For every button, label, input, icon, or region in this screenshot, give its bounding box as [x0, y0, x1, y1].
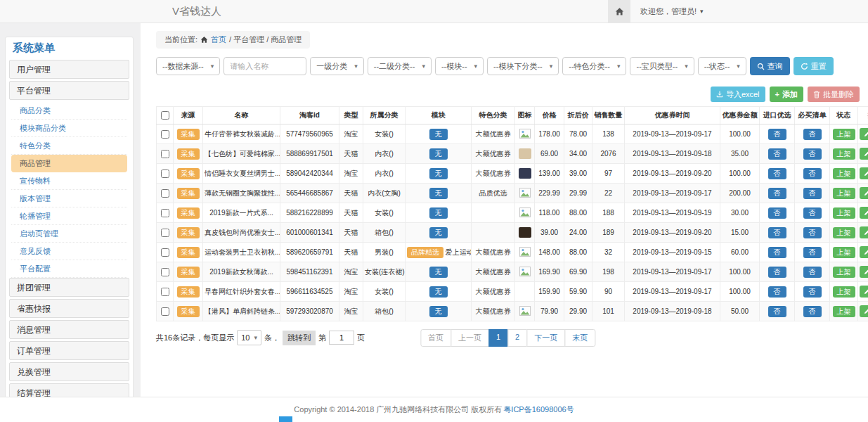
- user-menu[interactable]: 欢迎您，管理员! ▾: [640, 6, 704, 17]
- import-select-toggle[interactable]: 否: [768, 306, 786, 317]
- import-select-toggle[interactable]: 否: [768, 148, 786, 160]
- row-checkbox[interactable]: [161, 130, 169, 139]
- must-buy-toggle[interactable]: 否: [803, 267, 822, 278]
- sidebar-item[interactable]: 宣传物料: [11, 172, 127, 190]
- must-buy-toggle[interactable]: 否: [803, 188, 822, 199]
- product-photo: [519, 148, 531, 159]
- page-button[interactable]: 上一页: [451, 329, 489, 347]
- must-buy-toggle[interactable]: 否: [803, 306, 822, 317]
- import-select-toggle[interactable]: 否: [768, 247, 786, 258]
- import-select-toggle[interactable]: 否: [768, 188, 786, 199]
- page-button[interactable]: 首页: [420, 329, 451, 347]
- page-button[interactable]: 末页: [564, 329, 595, 347]
- edit-button[interactable]: [860, 128, 868, 140]
- must-buy-toggle[interactable]: 否: [803, 129, 822, 140]
- icp-link[interactable]: 粤ICP备16098006号: [503, 404, 574, 415]
- home-button[interactable]: [608, 0, 630, 23]
- taoke-id: 565446685867: [286, 189, 333, 197]
- jump-button[interactable]: 跳转到: [283, 331, 316, 345]
- sidebar-item[interactable]: 用户管理: [9, 60, 129, 79]
- page-button[interactable]: 2: [507, 329, 527, 347]
- row-checkbox[interactable]: [161, 268, 169, 276]
- import-select-toggle[interactable]: 否: [768, 168, 786, 179]
- sidebar-item[interactable]: 兑换管理: [9, 362, 129, 381]
- status-button[interactable]: 上架: [833, 207, 855, 219]
- sidebar-item[interactable]: 版本管理: [11, 190, 127, 207]
- import-select-toggle[interactable]: 否: [768, 286, 786, 298]
- sidebar-item[interactable]: 平台管理: [9, 81, 129, 100]
- batch-delete-button[interactable]: 批量删除: [808, 87, 860, 102]
- row-checkbox[interactable]: [161, 288, 169, 296]
- sidebar-item[interactable]: 意见反馈: [11, 243, 127, 260]
- page-button[interactable]: 下一页: [526, 329, 565, 347]
- filter-select[interactable]: --宝贝类型--▾: [630, 57, 694, 75]
- row-checkbox[interactable]: [161, 248, 169, 257]
- status-button[interactable]: 上架: [833, 188, 855, 199]
- must-buy-toggle[interactable]: 否: [803, 247, 822, 258]
- edit-button[interactable]: [860, 266, 868, 278]
- must-buy-toggle[interactable]: 否: [803, 168, 822, 179]
- must-buy-toggle[interactable]: 否: [803, 286, 822, 298]
- sidebar-item[interactable]: 商品分类: [11, 102, 127, 120]
- sidebar-item[interactable]: 轮播管理: [11, 207, 127, 225]
- row-checkbox[interactable]: [161, 229, 169, 237]
- import-select-toggle[interactable]: 否: [768, 267, 786, 278]
- per-page-select[interactable]: 10 ▾: [237, 330, 261, 345]
- edit-button[interactable]: [860, 187, 868, 199]
- sidebar-item[interactable]: 启动页管理: [11, 225, 127, 243]
- must-buy-toggle[interactable]: 否: [803, 148, 822, 160]
- import-select-toggle[interactable]: 否: [768, 207, 786, 219]
- name-search-input[interactable]: [224, 57, 306, 75]
- sidebar-item[interactable]: 模块商品分类: [11, 120, 127, 137]
- sidebar-item[interactable]: 订单管理: [9, 341, 129, 360]
- edit-button[interactable]: [860, 305, 868, 317]
- filter-select[interactable]: --数据来源--▾: [156, 57, 220, 75]
- import-excel-button[interactable]: 导入excel: [711, 87, 765, 102]
- page-button[interactable]: 1: [488, 329, 508, 347]
- must-buy-toggle[interactable]: 否: [803, 227, 822, 238]
- sidebar-item[interactable]: 平台配置: [11, 260, 127, 278]
- edit-button[interactable]: [860, 207, 868, 219]
- filter-select[interactable]: 一级分类▾: [310, 57, 364, 75]
- import-select-toggle[interactable]: 否: [768, 227, 786, 238]
- select-all-checkbox[interactable]: [161, 111, 169, 120]
- reset-button[interactable]: 重置: [793, 57, 834, 75]
- sidebar-item[interactable]: 消息管理: [9, 320, 129, 339]
- status-button[interactable]: 上架: [833, 148, 855, 160]
- row-checkbox[interactable]: [161, 307, 169, 316]
- source-badge: 采集: [177, 247, 200, 258]
- sidebar-item[interactable]: 省惠快报: [9, 299, 129, 318]
- status-button[interactable]: 上架: [833, 286, 855, 298]
- add-button[interactable]: + 添加: [770, 87, 803, 102]
- sidebar-item[interactable]: 商品管理: [11, 155, 127, 172]
- edit-button[interactable]: [860, 148, 868, 160]
- edit-button[interactable]: [860, 167, 868, 179]
- row-checkbox[interactable]: [161, 150, 169, 158]
- filter-select[interactable]: --模块下分类--▾: [487, 57, 559, 75]
- table-header-row: 来源名称淘客id类型所属分类模块特色分类图标价格折后价销售数量优惠券时间优惠券金…: [157, 107, 868, 124]
- search-button[interactable]: 查询: [750, 57, 790, 75]
- status-button[interactable]: 上架: [833, 129, 855, 140]
- must-buy-toggle[interactable]: 否: [803, 207, 822, 219]
- filter-select[interactable]: --二级分类--▾: [368, 57, 432, 75]
- edit-button[interactable]: [860, 226, 868, 238]
- import-select-toggle[interactable]: 否: [768, 129, 786, 140]
- status-button[interactable]: 上架: [833, 168, 855, 179]
- status-button[interactable]: 上架: [833, 227, 855, 238]
- sidebar-item[interactable]: 特色分类: [11, 137, 127, 155]
- status-button[interactable]: 上架: [833, 247, 855, 258]
- page-jump-input[interactable]: [329, 331, 354, 345]
- sidebar-item[interactable]: 拼团管理: [9, 278, 129, 297]
- filter-select[interactable]: --特色分类--▾: [562, 57, 626, 75]
- filter-select[interactable]: --模块--▾: [435, 57, 484, 75]
- edit-button[interactable]: [860, 286, 868, 298]
- row-checkbox[interactable]: [161, 170, 169, 178]
- row-checkbox[interactable]: [161, 189, 169, 198]
- filter-select[interactable]: --状态--▾: [698, 57, 746, 75]
- row-checkbox[interactable]: [161, 209, 169, 217]
- edit-button[interactable]: [860, 246, 868, 258]
- breadcrumb-home-link[interactable]: 首页: [211, 34, 226, 45]
- status-button[interactable]: 上架: [833, 306, 855, 317]
- status-button[interactable]: 上架: [833, 267, 855, 278]
- pagination-info: 共16条记录，每页显示 10 ▾ 条， 跳转到 第 页: [156, 330, 365, 345]
